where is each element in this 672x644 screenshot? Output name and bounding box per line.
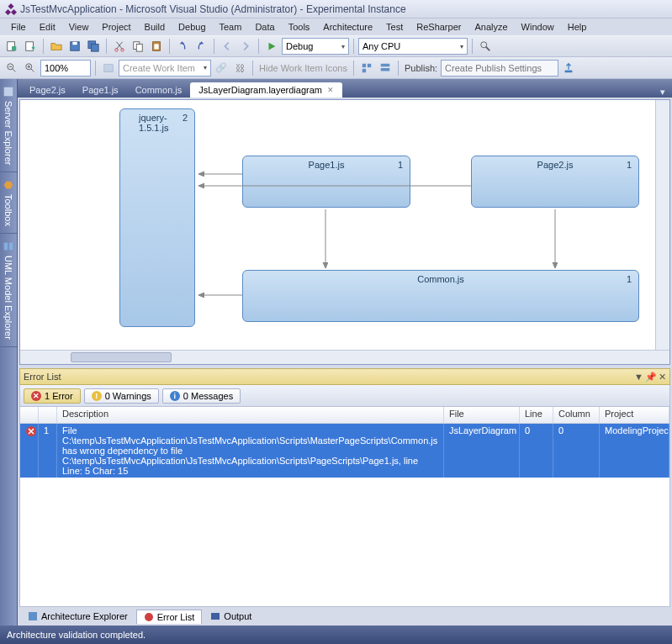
col-column[interactable]: Column (553, 407, 600, 423)
statusbar: Architecture validation completed. (0, 626, 672, 644)
errors-filter-button[interactable]: ✕1 Error (24, 388, 81, 404)
tab-page2[interactable]: Page2.js (21, 82, 74, 98)
panel-close-icon[interactable]: ✕ (659, 372, 666, 383)
col-line[interactable]: Line (520, 407, 553, 423)
vertical-scrollbar[interactable] (655, 100, 669, 350)
nav-forward-button[interactable] (237, 38, 254, 55)
grid-header: Description File Line Column Project (20, 407, 669, 424)
svg-rect-6 (91, 44, 98, 51)
new-project-button[interactable] (3, 38, 20, 55)
node-jquery[interactable]: jquery-1.5.1.js 2 (119, 108, 195, 327)
close-tab-icon[interactable]: ✕ (327, 86, 334, 94)
diagram-canvas-wrap: jquery-1.5.1.js 2 Page1.js 1 Page2.js 1 … (19, 99, 670, 365)
side-tab-toolbox[interactable]: Toolbox (0, 172, 17, 234)
publish-label: Publish: (403, 63, 439, 73)
copy-button[interactable] (130, 38, 146, 55)
node-common[interactable]: Common.js 1 (242, 270, 639, 322)
horizontal-scrollbar[interactable] (20, 350, 669, 364)
work-item-icon (100, 60, 117, 77)
create-work-item-combo[interactable]: Create Work Item (119, 60, 211, 77)
svg-rect-32 (29, 612, 37, 620)
add-item-button[interactable] (22, 38, 39, 55)
svg-rect-1 (12, 46, 16, 50)
menu-tools[interactable]: Tools (283, 20, 316, 34)
menu-project[interactable]: Project (96, 20, 136, 34)
error-row[interactable]: 1 File C:\temp\JsTestMvcApplication\JsTe… (20, 424, 669, 478)
config-combo[interactable]: Debug (282, 38, 349, 55)
btab-error-list[interactable]: Error List (136, 610, 203, 624)
side-tab-uml-explorer[interactable]: UML Model Explorer (0, 234, 17, 347)
open-button[interactable] (48, 38, 65, 55)
node-page2[interactable]: Page2.js 1 (471, 156, 639, 208)
col-description[interactable]: Description (57, 407, 444, 423)
error-grid: Description File Line Column Project 1 F… (19, 407, 670, 607)
window-title: JsTestMvcApplication - Microsoft Visual … (20, 3, 406, 15)
panel-dropdown-icon[interactable]: ▼ (634, 372, 643, 383)
side-tabs: Server Explorer Toolbox UML Model Explor… (0, 79, 18, 626)
redo-button[interactable] (193, 38, 209, 55)
menu-architecture[interactable]: Architecture (317, 20, 378, 34)
zoom-out-button[interactable] (3, 60, 20, 77)
error-list-panel: Error List ▼ 📌 ✕ ✕1 Error !0 Warnings i0… (19, 368, 670, 607)
menu-file[interactable]: File (5, 20, 32, 34)
layout-button-1[interactable] (358, 60, 375, 77)
col-project[interactable]: Project (600, 407, 669, 423)
side-tab-server-explorer[interactable]: Server Explorer (0, 79, 17, 172)
menu-edit[interactable]: Edit (34, 20, 61, 34)
platform-combo[interactable]: Any CPU (358, 38, 468, 55)
start-debug-button[interactable] (263, 38, 280, 55)
svg-rect-23 (4, 87, 13, 97)
secondary-toolbar: Create Work Item 🔗 ⛓ Hide Work Item Icon… (0, 57, 672, 79)
error-icon (25, 425, 37, 437)
menu-build[interactable]: Build (139, 20, 171, 34)
unlink-icon: ⛓ (231, 60, 248, 77)
col-num[interactable] (39, 407, 57, 423)
col-icon[interactable] (20, 407, 39, 423)
svg-rect-17 (362, 63, 366, 66)
svg-rect-2 (26, 42, 34, 51)
publish-settings-input[interactable] (441, 60, 558, 77)
error-list-header[interactable]: Error List ▼ 📌 ✕ (19, 368, 670, 385)
menu-resharper[interactable]: ReSharper (410, 20, 467, 34)
node-page1[interactable]: Page1.js 1 (242, 156, 410, 208)
grid-body: 1 File C:\temp\JsTestMvcApplication\JsTe… (20, 424, 669, 606)
nav-back-button[interactable] (219, 38, 235, 55)
warnings-filter-button[interactable]: !0 Warnings (84, 388, 159, 404)
menu-debug[interactable]: Debug (172, 20, 211, 34)
messages-filter-button[interactable]: i0 Messages (162, 388, 241, 404)
layout-button-2[interactable] (377, 60, 394, 77)
tab-overflow-button[interactable]: ▾ (657, 87, 669, 98)
error-filter-bar: ✕1 Error !0 Warnings i0 Messages (19, 385, 670, 407)
panel-pin-icon[interactable]: 📌 (645, 372, 657, 383)
menu-help[interactable]: Help (562, 20, 593, 34)
menu-team[interactable]: Team (214, 20, 248, 34)
zoom-in-button[interactable] (22, 60, 39, 77)
menu-analyze[interactable]: Analyze (468, 20, 513, 34)
zoom-input[interactable] (40, 60, 91, 77)
tab-jslayerdiagram[interactable]: JsLayerDiagram.layerdiagram✕ (190, 82, 342, 98)
menu-view[interactable]: View (63, 20, 95, 34)
menu-test[interactable]: Test (380, 20, 409, 34)
svg-rect-24 (9, 243, 13, 251)
tab-common[interactable]: Common.js (127, 82, 191, 98)
status-text: Architecture validation completed. (7, 630, 146, 640)
paste-button[interactable] (148, 38, 165, 55)
undo-button[interactable] (174, 38, 191, 55)
cut-button[interactable] (111, 38, 128, 55)
svg-rect-20 (381, 63, 390, 66)
menu-window[interactable]: Window (516, 20, 560, 34)
svg-rect-4 (72, 42, 77, 45)
btab-output[interactable]: Output (204, 610, 258, 623)
col-file[interactable]: File (444, 407, 520, 423)
find-button[interactable] (477, 38, 494, 55)
diagram-canvas[interactable]: jquery-1.5.1.js 2 Page1.js 1 Page2.js 1 … (20, 100, 669, 350)
save-button[interactable] (66, 38, 83, 55)
vs-logo-icon (5, 3, 17, 15)
error-icon: ✕ (31, 391, 41, 401)
tab-page1[interactable]: Page1.js (74, 82, 127, 98)
btab-architecture-explorer[interactable]: Architecture Explorer (21, 610, 135, 623)
menu-data[interactable]: Data (249, 20, 280, 34)
publish-button[interactable] (560, 60, 577, 77)
svg-rect-10 (136, 44, 142, 51)
save-all-button[interactable] (85, 38, 102, 55)
